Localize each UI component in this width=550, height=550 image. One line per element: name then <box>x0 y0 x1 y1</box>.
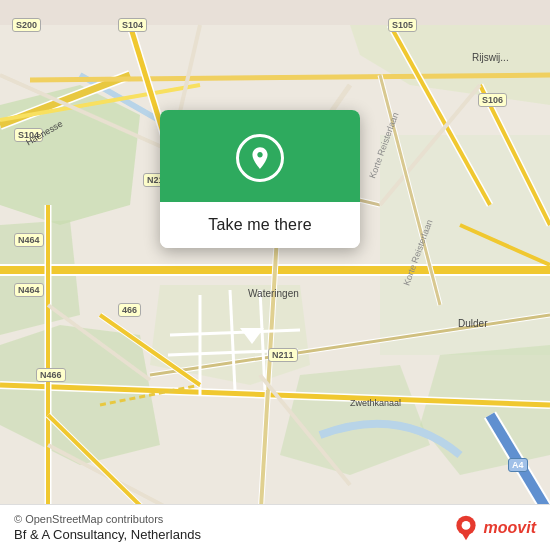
svg-marker-60 <box>460 531 471 540</box>
road-label-s106: S106 <box>478 93 507 107</box>
take-me-there-button[interactable]: Take me there <box>208 216 311 234</box>
place-label-zwethkanaal: Zwethkanaal <box>350 398 401 408</box>
location-name: Bf & A Consultancy, Netherlands <box>14 527 201 542</box>
popup-header <box>160 110 360 202</box>
moovit-icon <box>452 514 480 542</box>
svg-point-59 <box>461 521 470 530</box>
map-background: Korte Reisterlaan Korte Reisterlaan <box>0 0 550 550</box>
popup-tail <box>240 328 264 344</box>
road-label-n464a: N464 <box>14 233 44 247</box>
attribution-text: © OpenStreetMap contributors <box>14 513 201 525</box>
road-label-n464b: N464 <box>14 283 44 297</box>
popup-button-area: Take me there <box>160 202 360 248</box>
location-icon <box>236 134 284 182</box>
popup-card: Take me there <box>160 110 360 248</box>
road-label-s104a: S104 <box>118 18 147 32</box>
road-label-n211b: N211 <box>268 348 298 362</box>
place-label-rijswijk: Rijswij... <box>472 52 509 63</box>
moovit-logo: moovit <box>452 514 536 542</box>
map-container: Korte Reisterlaan Korte Reisterlaan S200… <box>0 0 550 550</box>
place-label-dulder: Dulder <box>458 318 487 329</box>
road-label-s200: S200 <box>12 18 41 32</box>
place-label-wateringen: Wateringen <box>248 288 299 299</box>
road-label-s105: S105 <box>388 18 417 32</box>
road-label-a4: A4 <box>508 458 528 472</box>
road-label-466: 466 <box>118 303 141 317</box>
bottom-bar: © OpenStreetMap contributors Bf & A Cons… <box>0 504 550 550</box>
moovit-text: moovit <box>484 519 536 537</box>
road-label-n466: N466 <box>36 368 66 382</box>
